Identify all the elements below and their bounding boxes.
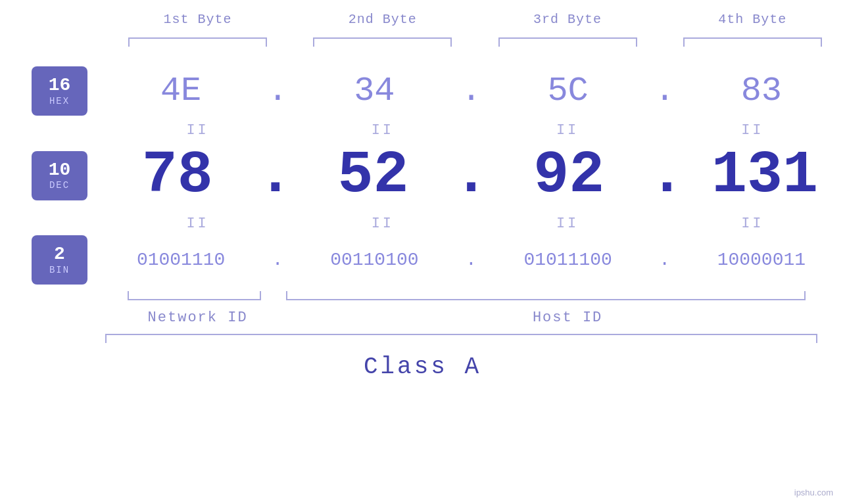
bracket-cell-3 (475, 27, 660, 47)
bin-value-1: 01001110 (137, 250, 225, 270)
dec-value-4: 131 (712, 142, 818, 209)
bin-badge: 2 BIN (32, 235, 87, 285)
id-labels-row: Network ID Host ID (0, 309, 845, 326)
top-bracket-1 (128, 37, 267, 47)
bin-dot-2: . (458, 250, 485, 270)
hex-value-1: 4E (160, 72, 201, 110)
equals-2-4: II (660, 216, 845, 232)
dec-value-3: 92 (533, 142, 604, 209)
top-bracket-4 (683, 37, 822, 47)
dec-row: 10 DEC 78 . 52 . 92 . 131 (0, 142, 845, 209)
class-label: Class A (364, 354, 481, 380)
hex-cell-2: 34 (291, 72, 458, 110)
main-container: 1st Byte 2nd Byte 3rd Byte 4th Byte 16 H… (0, 0, 845, 504)
bracket-cell-4 (660, 27, 845, 47)
bin-cells: 01001110 . 00110100 . 01011100 . 1000001… (97, 250, 845, 270)
watermark: ipshu.com (794, 488, 833, 497)
dec-cell-2: 52 (293, 142, 454, 209)
equals-1-1: II (105, 122, 290, 139)
bin-value-2: 00110100 (330, 250, 418, 270)
hex-cells: 4E . 34 . 5C . 83 (97, 72, 845, 110)
bin-cell-3: 01011100 (485, 250, 652, 270)
class-bracket-line (105, 334, 817, 343)
dec-badge-number: 10 (49, 160, 71, 181)
equals-1-2: II (290, 122, 475, 139)
network-bracket-cell (105, 291, 283, 306)
hex-badge-label: HEX (49, 96, 70, 106)
hex-row: 16 HEX 4E . 34 . 5C . 83 (0, 66, 845, 116)
bin-value-4: 10000011 (717, 250, 806, 270)
hex-value-4: 83 (741, 72, 782, 110)
class-label-row: Class A (0, 354, 845, 380)
equals-row-2: II II II II (0, 212, 845, 235)
bin-dot-1: . (264, 250, 291, 270)
bracket-cell-1 (105, 27, 290, 47)
dec-value-1: 78 (142, 142, 213, 209)
bin-badge-number: 2 (54, 244, 65, 265)
dec-value-2: 52 (338, 142, 409, 209)
dec-cell-3: 92 (489, 142, 650, 209)
dec-cell-4: 131 (685, 142, 845, 209)
host-id-label: Host ID (290, 309, 845, 326)
dec-cells: 78 . 52 . 92 . 131 (97, 142, 845, 209)
dec-badge-label: DEC (49, 180, 70, 191)
dec-cell-1: 78 (97, 142, 258, 209)
equals-1-3: II (475, 122, 660, 139)
equals-1-4: II (660, 122, 845, 139)
hex-dot-2: . (458, 72, 485, 110)
bottom-brackets-row (0, 291, 845, 306)
dec-dot-2: . (453, 142, 489, 209)
bottom-bracket-host (286, 291, 805, 300)
byte-labels-row: 1st Byte 2nd Byte 3rd Byte 4th Byte (0, 12, 845, 27)
top-brackets-row (0, 27, 845, 47)
hex-dot-3: . (652, 72, 678, 110)
equals-2-3: II (475, 216, 660, 232)
hex-badge-number: 16 (49, 76, 71, 96)
bin-cell-2: 00110100 (291, 250, 458, 270)
hex-cell-1: 4E (97, 72, 264, 110)
host-bracket-cell (283, 291, 845, 306)
hex-value-2: 34 (354, 72, 395, 110)
equals-row-1: II II II II (0, 118, 845, 142)
byte-label-3: 3rd Byte (475, 12, 660, 27)
hex-cell-3: 5C (485, 72, 652, 110)
bin-cell-1: 01001110 (97, 250, 264, 270)
bin-dot-3: . (652, 250, 678, 270)
hex-badge: 16 HEX (32, 66, 87, 116)
bin-row: 2 BIN 01001110 . 00110100 . 01011100 . (0, 235, 845, 285)
bottom-bracket-network (128, 291, 261, 300)
equals-2-2: II (290, 216, 475, 232)
top-bracket-2 (313, 37, 452, 47)
byte-label-2: 2nd Byte (290, 12, 475, 27)
dec-dot-1: . (258, 142, 293, 209)
hex-value-3: 5C (547, 72, 588, 110)
byte-label-4: 4th Byte (660, 12, 845, 27)
byte-label-1: 1st Byte (105, 12, 290, 27)
bin-badge-label: BIN (49, 265, 70, 275)
dec-badge: 10 DEC (32, 151, 87, 200)
bin-cell-4: 10000011 (678, 250, 845, 270)
dec-dot-3: . (649, 142, 685, 209)
hex-cell-4: 83 (678, 72, 845, 110)
top-bracket-3 (498, 37, 637, 47)
network-id-label: Network ID (105, 309, 290, 326)
hex-dot-1: . (264, 72, 291, 110)
bracket-cell-2 (290, 27, 475, 47)
bin-value-3: 01011100 (523, 250, 612, 270)
equals-2-1: II (105, 216, 290, 232)
class-bracket-row (0, 334, 845, 347)
